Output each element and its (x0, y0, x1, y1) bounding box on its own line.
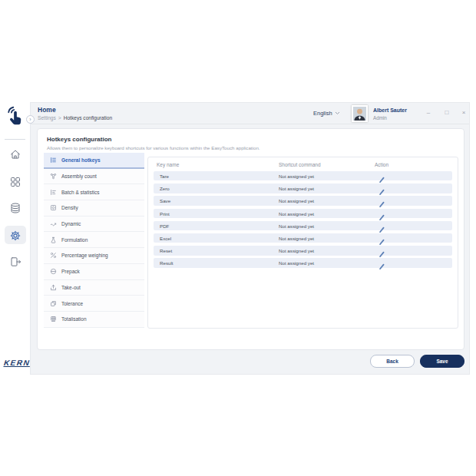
shortcut-cell: Not assigned yet (279, 236, 314, 241)
minimize-button[interactable]: – (424, 109, 433, 116)
shortcut-cell: Not assigned yet (279, 248, 314, 253)
breadcrumb-parent[interactable]: Settings (38, 115, 56, 121)
menu-item-label: Dynamic (61, 221, 81, 226)
column-header-key-name: Key name (157, 162, 179, 167)
kern-brand-logo: KERN (3, 359, 30, 367)
breadcrumb-separator: > (58, 115, 61, 121)
menu-item-formulation[interactable]: Formulation (44, 232, 144, 248)
menu-item-general-hotkeys[interactable]: General hotkeys (44, 153, 144, 169)
menu-item-density[interactable]: Density (44, 200, 144, 217)
table-row-excel: Excel Not assigned yet (154, 233, 452, 243)
key-name-cell: PDF (160, 223, 169, 229)
takeout-icon (50, 284, 57, 291)
shortcut-cell: Not assigned yet (279, 260, 314, 266)
close-button[interactable]: × (459, 109, 468, 116)
edit-pencil-icon[interactable] (378, 223, 385, 230)
key-name-cell: Zero (160, 186, 170, 191)
menu-item-dynamic[interactable]: Dynamic (44, 217, 144, 233)
menu-item-tolerance[interactable]: Tolerance (44, 296, 144, 312)
table-row-pdf: PDF Not assigned yet (154, 221, 452, 230)
menu-item-label: Prepack (61, 269, 80, 274)
table-header: Key name Shortcut command Action (148, 157, 458, 171)
table-row-tare: Tare Not assigned yet (154, 171, 452, 180)
user-role: Admin (373, 115, 387, 121)
shortcut-cell: Not assigned yet (279, 211, 314, 217)
edit-pencil-icon[interactable] (378, 197, 385, 204)
user-avatar[interactable] (352, 105, 368, 122)
totalisation-icon (50, 316, 57, 322)
key-name-cell: Result (160, 260, 174, 266)
column-header-shortcut-command: Shortcut command (279, 162, 321, 167)
menu-item-label: Batch & statistics (61, 190, 100, 195)
home-icon[interactable] (9, 148, 21, 160)
shortcut-cell: Not assigned yet (279, 198, 314, 203)
table-row-print: Print Not assigned yet (154, 209, 452, 218)
page-subtitle: Allows them to personalize keyboard shor… (47, 145, 260, 150)
tolerance-icon (50, 300, 57, 307)
menu-item-label: Tolerance (61, 301, 83, 306)
list-icon (50, 157, 57, 164)
shortcut-cell: Not assigned yet (279, 223, 314, 229)
edit-pencil-icon[interactable] (378, 210, 385, 217)
breadcrumb-current: Hotkeys configuration (64, 115, 112, 121)
table-row-save: Save Not assigned yet (154, 196, 452, 205)
icon-rail (0, 102, 31, 375)
menu-item-batch-statistics[interactable]: Batch & statistics (44, 184, 144, 200)
apps-grid-icon[interactable] (9, 176, 21, 188)
key-name-cell: Excel (160, 236, 171, 241)
menu-item-label: Totalisation (61, 316, 87, 322)
column-header-action: Action (375, 162, 388, 167)
menu-item-label: Percentage weighing (61, 253, 108, 258)
hotkeys-configuration-card: Hotkeys configuration Allows them to per… (37, 128, 464, 350)
user-name: Albert Sauter (373, 107, 407, 113)
menu-item-percentage-weighing[interactable]: Percentage weighing (44, 248, 144, 264)
menu-item-totalisation[interactable]: Totalisation (44, 312, 144, 328)
table-row-zero: Zero Not assigned yet (154, 183, 452, 193)
edit-pencil-icon[interactable] (378, 185, 385, 192)
edit-pencil-icon[interactable] (378, 235, 385, 242)
menu-item-label: Take-out (61, 285, 81, 290)
language-selector[interactable]: English (313, 110, 340, 117)
easytouch-touch-logo-icon (5, 104, 25, 127)
edit-pencil-icon[interactable] (378, 259, 385, 266)
menu-item-prepack[interactable]: Prepack (44, 264, 144, 280)
topbar: Home Settings>Hotkeys configuration Engl… (31, 103, 469, 124)
menu-item-label: Density (61, 205, 78, 210)
edit-pencil-icon[interactable] (378, 173, 385, 180)
save-button[interactable]: Save (420, 355, 464, 368)
edit-pencil-icon[interactable] (378, 247, 385, 254)
menu-item-label: Assembly count (61, 174, 97, 179)
hotkeys-table: Key name Shortcut command Action Tare No… (147, 157, 458, 329)
assembly-icon (50, 173, 57, 180)
sidebar-divider (5, 139, 25, 140)
table-row-reset: Reset Not assigned yet (154, 246, 452, 255)
key-name-cell: Tare (160, 174, 169, 179)
hotkey-category-menu: General hotkeys Assembly count Batch & s… (44, 153, 144, 328)
shortcut-cell: Not assigned yet (279, 174, 314, 179)
language-label: English (313, 110, 332, 117)
menu-item-label: General hotkeys (61, 157, 101, 163)
key-name-cell: Reset (160, 248, 172, 253)
prepack-icon (50, 268, 57, 275)
sidebar-expand-button[interactable]: › (26, 115, 35, 124)
back-button[interactable]: Back (370, 355, 415, 368)
logout-icon[interactable] (9, 256, 21, 268)
key-name-cell: Print (160, 211, 170, 217)
key-name-cell: Save (160, 198, 170, 203)
table-row-result: Result Not assigned yet (154, 258, 452, 267)
chevron-down-icon (335, 111, 340, 115)
dynamic-icon (50, 220, 57, 227)
density-icon (50, 204, 57, 211)
menu-item-label: Formulation (61, 237, 88, 243)
shortcut-cell: Not assigned yet (279, 186, 314, 191)
statistics-icon (50, 189, 57, 196)
app-window: › Home Settings>Hotkeys configuration En… (31, 102, 470, 375)
settings-gear-icon[interactable] (9, 230, 21, 242)
menu-item-assembly-count[interactable]: Assembly count (44, 169, 144, 185)
menu-item-take-out[interactable]: Take-out (44, 280, 144, 296)
breadcrumb: Settings>Hotkeys configuration (38, 115, 112, 121)
formulation-icon (50, 236, 57, 243)
database-icon[interactable] (9, 202, 21, 214)
page-title: Hotkeys configuration (47, 136, 111, 143)
maximize-button[interactable]: □ (442, 109, 451, 116)
